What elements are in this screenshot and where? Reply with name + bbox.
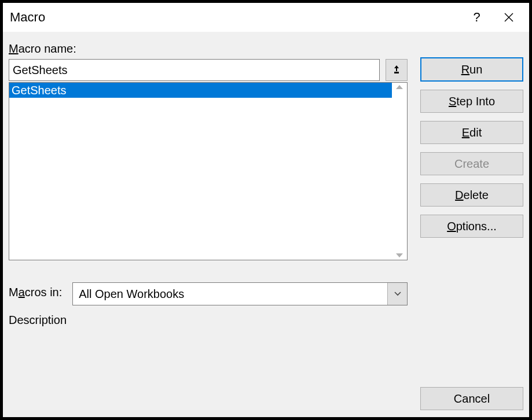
dialog-title: Macro — [10, 10, 461, 25]
delete-button[interactable]: Delete — [420, 183, 523, 207]
close-button[interactable] — [493, 3, 524, 32]
edit-button[interactable]: Edit — [420, 121, 523, 144]
list-content: GetSheets — [9, 83, 392, 260]
list-scrollbar[interactable] — [392, 83, 407, 260]
macro-name-row — [9, 59, 408, 81]
close-icon — [504, 12, 514, 23]
create-button: Create — [420, 152, 523, 175]
right-column: Run Step Into Edit Create Delete Options… — [420, 42, 523, 381]
macro-dialog: Macro ? Macro name: — [0, 0, 532, 420]
macro-name-label: Macro name: — [9, 42, 408, 56]
macros-in-label: Macros in: — [9, 286, 62, 299]
dialog-footer: Cancel — [3, 387, 529, 417]
svg-marker-4 — [394, 65, 399, 68]
help-icon: ? — [473, 10, 480, 25]
left-column: Macro name: GetSheets — [9, 42, 420, 381]
chevron-down-icon — [394, 291, 402, 297]
cancel-button[interactable]: Cancel — [420, 387, 523, 410]
dialog-body: Macro name: GetSheets — [3, 32, 529, 387]
macro-listbox[interactable]: GetSheets — [9, 82, 408, 260]
list-item[interactable]: GetSheets — [9, 83, 392, 98]
macro-name-input[interactable] — [9, 59, 380, 81]
macros-in-value: All Open Workbooks — [73, 288, 387, 301]
options-button[interactable]: Options... — [420, 215, 523, 238]
combobox-button[interactable] — [387, 283, 407, 305]
run-button[interactable]: Run — [420, 57, 523, 82]
collapse-icon — [392, 65, 401, 75]
step-into-button[interactable]: Step Into — [420, 90, 523, 113]
refedit-button[interactable] — [386, 59, 408, 81]
scroll-up-icon — [396, 85, 403, 89]
description-label: Description — [9, 314, 408, 327]
svg-rect-2 — [394, 72, 399, 73]
macros-in-combobox[interactable]: All Open Workbooks — [72, 282, 408, 305]
help-button[interactable]: ? — [461, 3, 493, 32]
titlebar: Macro ? — [3, 3, 529, 32]
scroll-down-icon — [396, 253, 403, 257]
list-item-label: GetSheets — [12, 84, 67, 97]
macros-in-row: Macros in: All Open Workbooks — [9, 282, 408, 305]
